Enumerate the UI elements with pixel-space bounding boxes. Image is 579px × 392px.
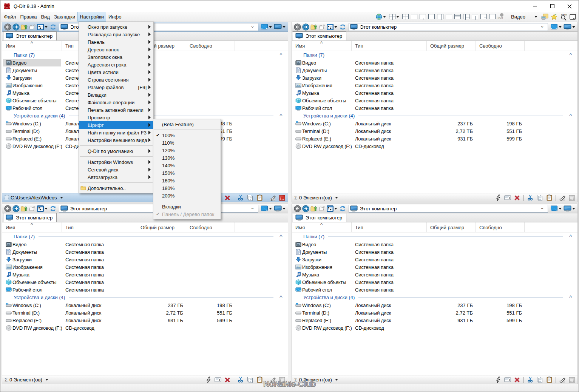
active-pane-marker[interactable]: [278, 194, 286, 202]
forward-button[interactable]: [12, 23, 20, 31]
rename-button[interactable]: [503, 376, 512, 384]
file-name-cell[interactable]: Рабочий стол: [3, 286, 61, 293]
active-pane-marker[interactable]: [568, 376, 576, 384]
column-header-type[interactable]: Тип: [352, 222, 427, 232]
monitor-button[interactable]: [563, 204, 576, 213]
group-collapse-icon[interactable]: ˄: [279, 234, 283, 238]
group-collapse-icon[interactable]: ˄: [279, 295, 283, 299]
refresh-button[interactable]: [49, 204, 57, 213]
layout-main-split-bottom-button[interactable]: [418, 12, 427, 21]
rename-button[interactable]: [214, 376, 222, 384]
menu-file[interactable]: Файл: [2, 12, 18, 22]
file-row[interactable]: Replaced (E:)Локальный диск931 ГБ599 ГБ: [2, 316, 288, 324]
group-collapse-icon[interactable]: ˄: [569, 113, 573, 117]
cut-button[interactable]: [236, 376, 245, 384]
new-folder-button[interactable]: [28, 204, 36, 213]
font-submenu-item[interactable]: 150%: [153, 169, 221, 177]
views-button[interactable]: [37, 23, 49, 31]
settings-menu-item[interactable]: Строка состояния: [79, 76, 153, 83]
file-row[interactable]: Объемные объектыСистемная папка: [2, 278, 288, 286]
paste-button[interactable]: [255, 376, 264, 384]
column-header-free[interactable]: Свободно: [186, 41, 235, 51]
file-name-cell[interactable]: Изображения: [3, 263, 61, 271]
file-name-cell[interactable]: Replaced (E:): [3, 316, 61, 324]
file-row[interactable]: Replaced (E:)Локальный диск931 ГБ599 ГБ: [292, 316, 577, 324]
new-folder-button[interactable]: [318, 204, 326, 213]
delete-button[interactable]: [223, 194, 232, 202]
file-row[interactable]: ВидеоСистемная папка: [2, 241, 288, 248]
file-name-cell[interactable]: Terminal (D:): [293, 127, 351, 135]
file-name-cell[interactable]: Terminal (D:): [3, 309, 61, 316]
file-row[interactable]: Terminal (D:)Локальный диск2,72 ТБ551 ГБ: [292, 127, 577, 135]
layout-main-button[interactable]: [388, 12, 401, 21]
address-dropdown-icon[interactable]: ⌄: [540, 206, 547, 211]
settings-menu-item[interactable]: Автозагрузка: [79, 173, 153, 181]
settings-menu-item[interactable]: Окно при запуске: [79, 23, 153, 31]
file-row[interactable]: Terminal (D:)Локальный диск2,72 ТБ551 ГБ: [2, 309, 288, 316]
layout-quad-alt-button[interactable]: [479, 12, 488, 21]
settings-menu-item[interactable]: Просмотр: [79, 114, 153, 121]
layout-quad-button[interactable]: [401, 12, 410, 21]
font-submenu-item[interactable]: 160%: [153, 177, 221, 184]
file-row[interactable]: Объемные объектыСистемная папка: [292, 97, 577, 104]
file-row[interactable]: ВидеоСистемная папка: [292, 241, 577, 248]
file-name-cell[interactable]: Terminal (D:): [3, 127, 61, 135]
file-name-cell[interactable]: Windows (C:): [3, 301, 61, 309]
column-header-free[interactable]: Свободно: [186, 222, 235, 232]
column-header-size[interactable]: Общий размер: [137, 222, 186, 232]
file-row[interactable]: DVD RW дисковод (F:)CD-дисковод: [292, 142, 577, 150]
layout-main-bottom-button[interactable]: [410, 12, 418, 21]
layout-list-button[interactable]: [453, 12, 462, 21]
file-name-cell[interactable]: Видео: [3, 241, 61, 248]
column-header-size[interactable]: Общий размер: [427, 222, 476, 232]
font-submenu-item[interactable]: 130%: [153, 154, 221, 162]
file-name-cell[interactable]: Terminal (D:): [293, 309, 351, 316]
settings-menu-item[interactable]: Адресная строка: [79, 61, 153, 68]
status-count[interactable]: Σ0 Элемент(ов): [5, 377, 48, 383]
file-row[interactable]: Объемные объектыСистемная папка: [292, 278, 577, 286]
layout-top-two-button[interactable]: [471, 12, 479, 21]
menu-view[interactable]: Вид: [39, 12, 52, 22]
file-name-cell[interactable]: Загрузки: [293, 74, 351, 82]
file-row[interactable]: ЗагрузкиСистемная папка: [2, 256, 288, 263]
font-submenu-item[interactable]: (Beta Feature): [153, 120, 221, 128]
desktop-button[interactable]: [260, 204, 273, 213]
file-row[interactable]: ВидеоСистемная папка: [292, 59, 577, 66]
font-submenu-item[interactable]: 120%: [153, 147, 221, 154]
file-row[interactable]: Windows (C:)Локальный диск237 ГБ198 ГБ: [292, 120, 577, 127]
file-name-cell[interactable]: Видео: [3, 59, 61, 66]
back-button[interactable]: [293, 204, 301, 213]
close-button[interactable]: [561, 1, 578, 12]
edit-button[interactable]: [558, 194, 567, 202]
file-name-cell[interactable]: DVD RW дисковод (F:): [3, 142, 61, 150]
forward-button[interactable]: [302, 23, 310, 31]
back-button[interactable]: [293, 23, 301, 31]
font-submenu-item[interactable]: 110%: [153, 139, 221, 147]
export-button[interactable]: [540, 12, 550, 21]
inet-button[interactable]: inet: [497, 12, 505, 21]
desktop-button[interactable]: [550, 204, 563, 213]
address-dropdown-icon[interactable]: ⌄: [540, 24, 547, 29]
address-dropdown-icon[interactable]: ⌄: [250, 206, 257, 211]
active-pane-marker[interactable]: [568, 194, 576, 202]
monitor-button[interactable]: [273, 23, 287, 31]
font-submenu-item[interactable]: 180%: [153, 184, 221, 192]
group-header[interactable]: Папки (7)˄: [292, 233, 577, 241]
copy-button[interactable]: [536, 376, 544, 384]
views-button[interactable]: [37, 204, 49, 213]
column-header-size[interactable]: Общий размер: [427, 41, 476, 51]
copy-button[interactable]: [246, 194, 254, 202]
up-button[interactable]: [20, 23, 28, 31]
address-dropdown-icon[interactable]: ⌄: [250, 24, 257, 29]
file-name-cell[interactable]: Изображения: [3, 82, 61, 89]
file-name-cell[interactable]: Документы: [3, 248, 61, 256]
delete-button[interactable]: [513, 194, 521, 202]
compact-window-button[interactable]: [568, 12, 577, 21]
file-row[interactable]: ЗагрузкиСистемная папка: [292, 256, 577, 263]
file-row[interactable]: МузыкаСистемная папка: [292, 89, 577, 97]
tab-this-computer[interactable]: Этот компьютер: [3, 213, 57, 222]
file-row[interactable]: Рабочий столСистемная папка: [292, 104, 577, 112]
new-folder-button[interactable]: [28, 23, 36, 31]
cut-button[interactable]: [236, 194, 245, 202]
layout-left-two-button[interactable]: [462, 12, 471, 21]
